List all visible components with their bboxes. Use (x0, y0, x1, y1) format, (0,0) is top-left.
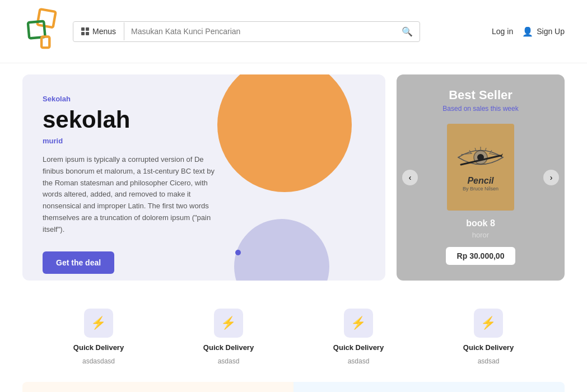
book-cover-title: Pencil (455, 176, 506, 186)
hero-dot (235, 250, 241, 255)
hero-card: Sekolah sekolah murid Lorem ipsum is typ… (22, 74, 385, 281)
features-row: ⚡ Quick Delivery asdasdasd ⚡ Quick Deliv… (0, 292, 587, 382)
feature-icon-2: ⚡ (344, 309, 373, 338)
signup-label: Sign Up (537, 27, 565, 36)
hero-description: Lorem ipsum is typically a corrupted ver… (43, 154, 222, 236)
feature-desc-0: asdasdasd (82, 357, 115, 365)
carousel-next-button[interactable]: › (543, 170, 559, 185)
feature-icon-0: ⚡ (84, 309, 113, 338)
feature-label-0: Quick Delivery (73, 343, 124, 352)
hero-circle-purple (234, 219, 329, 281)
feature-item-1: ⚡ Quick Delivery asdasd (203, 309, 254, 365)
feature-item-3: ⚡ Quick Delivery asdsad (463, 309, 514, 365)
search-button[interactable]: 🔍 (395, 22, 420, 41)
menus-button[interactable]: Menus (73, 22, 124, 40)
feature-item-2: ⚡ Quick Delivery asdasd (333, 309, 384, 365)
feature-item-0: ⚡ Quick Delivery asdasdasd (73, 309, 124, 365)
search-input[interactable] (124, 22, 395, 40)
user-icon: 👤 (522, 26, 533, 37)
logo (22, 8, 62, 55)
recommended-section: Recommended For You (22, 382, 294, 392)
hero-circle-orange (217, 74, 352, 192)
svg-rect-2 (41, 37, 49, 48)
feature-label-1: Quick Delivery (203, 343, 254, 352)
feature-desc-1: asdasd (218, 357, 240, 365)
search-icon: 🔍 (402, 27, 413, 36)
header: Menus 🔍 Log in 👤 Sign Up (0, 0, 587, 63)
feature-icon-1: ⚡ (214, 309, 243, 338)
search-bar: Menus 🔍 (73, 21, 420, 42)
book-name: book 8 (466, 218, 495, 228)
login-button[interactable]: Log in (492, 27, 513, 36)
signup-button[interactable]: 👤 Sign Up (522, 26, 565, 37)
best-seller-card: ‹ Best Seller Based on sales this week (397, 74, 565, 281)
feature-desc-3: asdsad (478, 357, 500, 365)
feature-label-3: Quick Delivery (463, 343, 514, 352)
carousel-prev-button[interactable]: ‹ (402, 170, 418, 185)
book-genre: horor (472, 231, 489, 239)
best-seller-title: Best Seller (449, 88, 513, 102)
grid-icon (81, 27, 89, 35)
menus-label: Menus (92, 27, 116, 36)
book-cover: Pencil By Bruce Nilsen (447, 124, 514, 211)
feature-icon-3: ⚡ (474, 309, 503, 338)
svg-line-5 (461, 153, 472, 155)
popular-section: Popular in 2020 (294, 382, 565, 392)
svg-rect-0 (38, 9, 56, 27)
header-actions: Log in 👤 Sign Up (492, 26, 565, 37)
get-deal-button[interactable]: Get the deal (43, 251, 114, 274)
hero-section: Sekolah sekolah murid Lorem ipsum is typ… (0, 63, 587, 292)
feature-desc-2: asdasd (348, 357, 370, 365)
book-price: Rp 30.000,00 (446, 247, 516, 265)
bottom-sections: Recommended For You Popular in 2020 (22, 382, 565, 392)
feature-label-2: Quick Delivery (333, 343, 384, 352)
best-seller-subtitle: Based on sales this week (442, 105, 518, 113)
book-cover-author: By Bruce Nilsen (455, 186, 506, 192)
